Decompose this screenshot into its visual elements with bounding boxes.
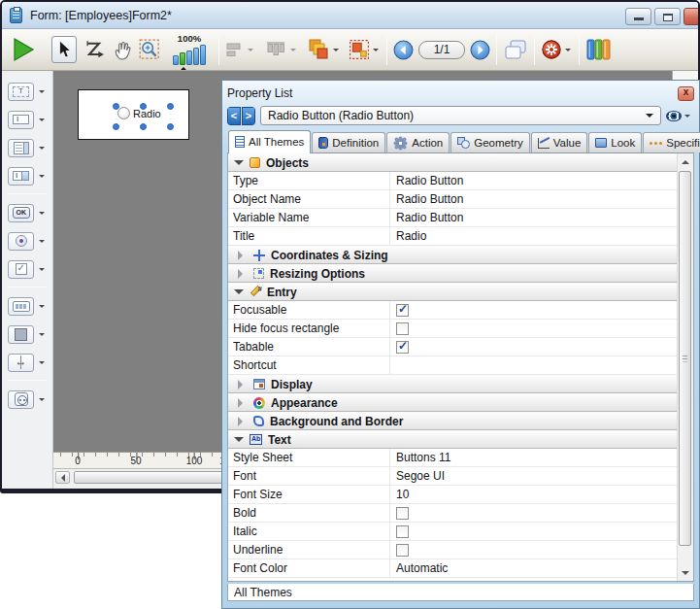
button-tool-button[interactable] [8,202,52,223]
group-row-appearance[interactable]: Appearance [228,393,677,412]
group-row-background-and-border[interactable]: Background and Border [228,412,677,430]
titlebar[interactable]: Form: [Employees]Form2* [2,2,698,29]
tool-dropdown-arrow-icon[interactable] [39,90,45,96]
property-value-cell[interactable] [390,504,677,522]
group-row-objects[interactable]: Objects [228,153,677,172]
tab-all-themes[interactable]: All Themes [228,130,311,153]
tab-value[interactable]: Value [531,132,588,152]
property-row-font-size[interactable]: Font Size10 [228,486,677,504]
property-value-cell[interactable]: Segoe UI [390,467,677,485]
property-row-bold[interactable]: Bold [228,504,677,523]
maximize-button[interactable] [654,8,681,25]
splitter-tool-button[interactable] [8,352,52,373]
property-value-cell[interactable]: Radio Button [390,172,677,189]
tabable-checkbox[interactable] [396,341,409,354]
tool-dropdown-arrow-icon[interactable] [39,268,45,274]
property-value-cell[interactable]: Automatic [390,559,677,577]
tool-dropdown-arrow-icon[interactable] [39,305,45,311]
selection-handle[interactable] [167,103,174,110]
previous-page-button[interactable] [393,40,414,60]
plugin-area-tool-button[interactable] [8,389,52,410]
property-list-close-button[interactable] [678,86,694,101]
tab-specific[interactable]: Specific [643,132,700,152]
selection-handle[interactable] [140,103,147,110]
distribute-dropdown-arrow[interactable] [290,49,296,54]
entry-order-tool-button[interactable] [84,40,104,59]
distribute-tools-button[interactable] [264,40,287,59]
library-button[interactable] [585,37,613,62]
tool-dropdown-arrow-icon[interactable] [39,333,45,339]
checkbox-tool-button[interactable] [8,258,52,280]
execute-form-button[interactable] [11,37,36,62]
property-value-cell[interactable] [390,541,677,558]
combo-box-tool-button[interactable] [8,165,52,186]
scroll-down-button[interactable] [679,565,692,580]
tool-dropdown-arrow-icon[interactable] [39,118,45,124]
group-row-resizing-options[interactable]: Resizing Options [228,264,677,283]
move-tool-button[interactable] [112,39,133,60]
collapse-triangle-icon[interactable] [234,437,244,447]
property-row-object-name[interactable]: Object NameRadio Button [228,190,677,209]
close-button[interactable] [683,8,700,25]
property-value-cell[interactable] [390,338,677,355]
align-tools-button[interactable] [225,41,245,58]
property-row-variable-name[interactable]: Variable NameRadio Button [228,209,677,227]
tool-dropdown-arrow-icon[interactable] [39,147,45,152]
selection-handle[interactable] [167,123,174,130]
underline-checkbox[interactable] [396,544,409,557]
view-options-button[interactable] [666,111,692,121]
expand-triangle-icon[interactable] [238,380,248,389]
property-value-cell[interactable] [390,356,677,374]
form-properties-dropdown-arrow[interactable] [565,49,571,54]
expand-triangle-icon[interactable] [238,269,248,279]
tool-dropdown-arrow-icon[interactable] [39,240,45,246]
expand-triangle-icon[interactable] [238,398,248,408]
property-value-cell[interactable]: 10 [390,486,677,503]
list-box-tool-button[interactable] [8,137,52,158]
duplicate-many-button[interactable] [349,39,370,60]
property-row-font-color[interactable]: Font ColorAutomatic [228,559,677,578]
collapse-triangle-icon[interactable] [234,160,244,170]
next-object-button[interactable]: > [242,107,255,125]
property-value-cell[interactable] [390,301,677,319]
tab-definition[interactable]: Definition [312,132,385,152]
expand-triangle-icon[interactable] [238,417,248,426]
display-views-button[interactable] [503,39,528,61]
next-page-button[interactable] [470,40,490,60]
group-row-coordinates-sizing[interactable]: Coordinates & Sizing [228,246,677,264]
previous-object-button[interactable]: < [227,107,241,125]
selection-handle[interactable] [113,123,119,130]
focusable-checkbox[interactable] [396,304,409,317]
property-value-cell[interactable]: Buttons 11 [390,449,677,466]
vertical-scroll-thumb[interactable] [679,171,691,546]
tab-geometry[interactable]: Geometry [450,132,530,152]
property-list-header[interactable]: Property List [227,84,694,103]
object-selector-dropdown[interactable]: Radio Button (Radio Button) [260,106,661,125]
level-dropdown-arrow[interactable] [333,49,339,54]
italic-checkbox[interactable] [396,525,409,538]
collapse-triangle-icon[interactable] [234,289,244,299]
group-row-entry[interactable]: Entry [228,283,677,301]
selection-handle[interactable] [140,123,147,130]
tool-dropdown-arrow-icon[interactable] [39,175,45,181]
property-row-hide-focus-rectangle[interactable]: Hide focus rectangle [228,320,677,338]
property-row-shortcut[interactable]: Shortcut [228,356,677,375]
form-properties-button[interactable] [541,39,562,60]
property-value-cell[interactable]: Radio Button [390,209,677,226]
property-value-cell[interactable] [390,320,677,337]
property-row-type[interactable]: TypeRadio Button [228,172,677,190]
property-row-italic[interactable]: Italic [228,523,677,541]
property-value-cell[interactable]: Radio Button [390,190,677,208]
group-row-text[interactable]: Text [228,430,677,449]
property-grid-scrollbar[interactable] [677,153,693,581]
property-row-tabable[interactable]: Tabable [228,338,677,356]
level-tools-button[interactable] [307,38,330,61]
radio-button-tool-button[interactable] [8,230,52,252]
tool-dropdown-arrow-icon[interactable] [39,398,45,404]
expand-triangle-icon[interactable] [238,251,248,260]
property-row-focusable[interactable]: Focusable [228,301,677,320]
button-grid-tool-button[interactable] [8,295,52,317]
duplicate-dropdown-arrow[interactable] [373,49,379,54]
property-row-underline[interactable]: Underline [228,541,677,559]
tool-dropdown-arrow-icon[interactable] [39,361,45,367]
